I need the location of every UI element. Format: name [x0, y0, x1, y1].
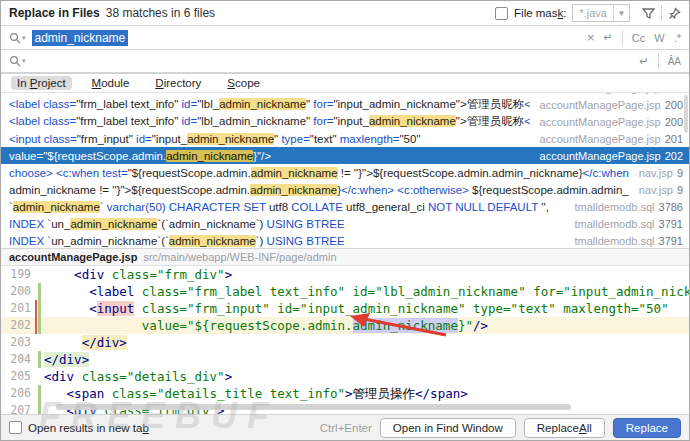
result-line-number: 9: [677, 184, 683, 196]
vcs-change-marker: [35, 283, 44, 300]
search-icon[interactable]: ▾: [9, 32, 26, 44]
line-number: 204: [1, 351, 35, 368]
result-line-number: 200: [665, 116, 683, 128]
match-case-toggle[interactable]: Cc: [632, 32, 645, 44]
preview-line[interactable]: 199 <div class="frm_div">: [1, 266, 689, 283]
preview-line[interactable]: 205<div class="details_div">: [1, 368, 689, 385]
whole-words-toggle[interactable]: W: [654, 32, 664, 44]
line-number: 203: [1, 334, 35, 351]
scope-tab-module[interactable]: Module: [86, 76, 136, 90]
result-row[interactable]: INDEX `un_admin_nickname`(`admin_nicknam…: [1, 215, 689, 232]
shortcut-hint: Ctrl+Enter: [320, 422, 372, 434]
result-row[interactable]: `admin_nickname` varchar(50) CHARACTER S…: [1, 198, 689, 215]
result-file-name: tmalldemodb.sql: [574, 201, 654, 213]
open-results-checkbox[interactable]: [9, 421, 22, 434]
filter-icon[interactable]: [642, 7, 655, 20]
result-row[interactable]: admin_nickname != ''}">${requestScope.ad…: [1, 181, 689, 198]
pin-icon[interactable]: [668, 7, 681, 20]
match-summary: 38 matches in 6 files: [106, 6, 215, 20]
preview-line[interactable]: 201 <input class="frm_input" id="input_a…: [1, 300, 689, 317]
newline-icon[interactable]: ↵: [604, 31, 613, 44]
line-number: 206: [1, 385, 35, 402]
editor-hscrollbar[interactable]: [56, 404, 571, 410]
result-line-number: 3786: [659, 201, 683, 213]
search-input[interactable]: admin_nickname: [32, 30, 129, 46]
open-results-label: Open results in new tab: [28, 422, 149, 434]
replace-row[interactable]: ▾ ↵ ÂA: [1, 49, 689, 73]
scope-tab-scope[interactable]: Scope: [221, 76, 266, 90]
result-line-number: 200: [665, 92, 683, 94]
result-line-number: 200: [665, 99, 683, 111]
results-list: <label class="frm_label text_info" id="l…: [1, 92, 689, 248]
result-row[interactable]: INDEX `un_admin_nickname`(`admin_nicknam…: [1, 232, 689, 248]
dialog-title: Replace in Files: [9, 6, 100, 20]
result-file-name: accountManagePage.jsp: [540, 99, 661, 111]
results-scrollbar[interactable]: [684, 95, 688, 133]
scope-tabs: In ProjectModuleDirectoryScope: [1, 73, 689, 92]
line-number: 200: [1, 283, 35, 300]
preserve-case-toggle[interactable]: ÂA: [668, 56, 681, 67]
file-mask-value: *.java: [573, 5, 613, 21]
vcs-change-marker: [35, 334, 44, 351]
result-line-number: 201: [665, 133, 683, 145]
vcs-change-marker: [35, 402, 44, 414]
result-file-name: tmalldemodb.sql: [574, 218, 654, 230]
result-file-name: nav.jsp: [639, 184, 673, 196]
result-line-number: 202: [665, 150, 683, 162]
result-file-name: accountManagePage.jsp: [540, 92, 661, 94]
preview-line[interactable]: 206 <span class="details_title text_info…: [1, 385, 689, 402]
preview-line[interactable]: 204</div>: [1, 351, 689, 368]
scope-tab-directory[interactable]: Directory: [149, 76, 207, 90]
result-line-number: 3791: [659, 218, 683, 230]
preview-line[interactable]: 203 </div>: [1, 334, 689, 351]
preview-editor[interactable]: 199 <div class="frm_div">200 <label clas…: [1, 266, 689, 414]
dialog-header: Replace in Files 38 matches in 6 files F…: [1, 1, 689, 25]
vcs-change-marker: [35, 385, 44, 402]
preview-header: accountManagePage.jsp src/main/webapp/WE…: [1, 248, 689, 266]
replace-button[interactable]: Replace: [613, 418, 681, 438]
replace-all-button[interactable]: Replace All: [524, 418, 605, 438]
divider: [658, 53, 659, 69]
footer-bar: Open results in new tab Ctrl+Enter Open …: [1, 414, 689, 440]
newline-icon[interactable]: ↵: [639, 55, 648, 68]
clear-icon[interactable]: ×: [587, 30, 595, 45]
regex-toggle[interactable]: .*: [674, 32, 681, 44]
result-row[interactable]: value="${requestScope.admin.admin_nickna…: [1, 147, 689, 164]
chevron-down-icon[interactable]: ▼: [613, 5, 629, 21]
preview-file-name: accountManagePage.jsp: [9, 251, 137, 263]
search-row[interactable]: ▾ admin_nickname × ↵ Cc W .*: [1, 25, 689, 49]
replace-field-icon[interactable]: ▾: [9, 55, 26, 67]
result-row[interactable]: <label class="frm_label text_info" id="l…: [1, 96, 689, 113]
line-number: 202: [1, 317, 35, 334]
open-in-find-window-button[interactable]: Open in Find Window: [380, 418, 516, 438]
replace-in-files-dialog: Replace in Files 38 matches in 6 files F…: [0, 0, 690, 441]
result-line-number: 3791: [659, 235, 683, 247]
line-number: 207: [1, 402, 35, 414]
result-file-name: accountManagePage.jsp: [540, 150, 661, 162]
line-number: 199: [1, 266, 35, 283]
vcs-change-marker: [35, 351, 44, 368]
vcs-change-marker: [35, 300, 44, 317]
file-mask-checkbox[interactable]: [495, 7, 508, 20]
scope-tab-in-project[interactable]: In Project: [11, 76, 72, 90]
vcs-change-marker: [35, 368, 44, 385]
line-number: 205: [1, 368, 35, 385]
result-file-name: tmalldemodb.sql: [574, 235, 654, 247]
result-row[interactable]: <label class="frm_label text_info" id="l…: [1, 113, 689, 130]
result-row[interactable]: choose> <c:when test="${requestScope.adm…: [1, 164, 689, 181]
preview-file-path: src/main/webapp/WEB-INF/page/admin: [143, 251, 336, 263]
preview-line[interactable]: 202 value="${requestScope.admin.admin_ni…: [1, 317, 689, 334]
result-line-number: 9: [677, 167, 683, 179]
line-number: 201: [1, 300, 35, 317]
preview-line[interactable]: 200 <label class="frm_label text_info" i…: [1, 283, 689, 300]
divider: [622, 30, 623, 46]
file-mask-label: File mask:: [514, 7, 566, 19]
result-file-name: accountManagePage.jsp: [540, 133, 661, 145]
vcs-change-marker: [35, 317, 44, 334]
result-row[interactable]: <input class="frm_input" id="input_admin…: [1, 130, 689, 147]
vcs-change-marker: [35, 266, 44, 283]
file-mask-combo[interactable]: *.java ▼: [572, 4, 630, 22]
result-file-name: accountManagePage.jsp: [540, 116, 661, 128]
divider: [661, 5, 662, 21]
result-file-name: nav.jsp: [639, 167, 673, 179]
